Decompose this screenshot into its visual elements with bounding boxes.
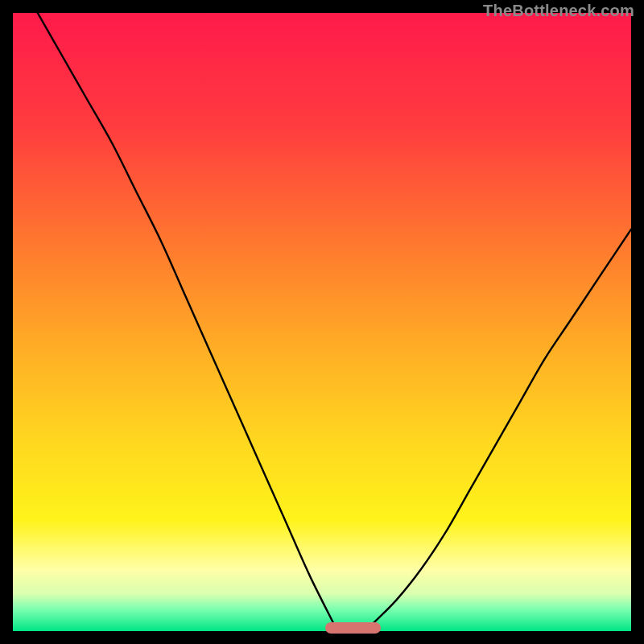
chart-frame: TheBottleneck.com	[0, 0, 644, 644]
optimal-marker	[325, 622, 381, 634]
plot-area	[13, 13, 631, 631]
watermark-text: TheBottleneck.com	[483, 2, 634, 20]
curve-right-branch	[371, 229, 631, 625]
curve-layer	[13, 13, 631, 631]
curve-left-branch	[38, 13, 335, 625]
